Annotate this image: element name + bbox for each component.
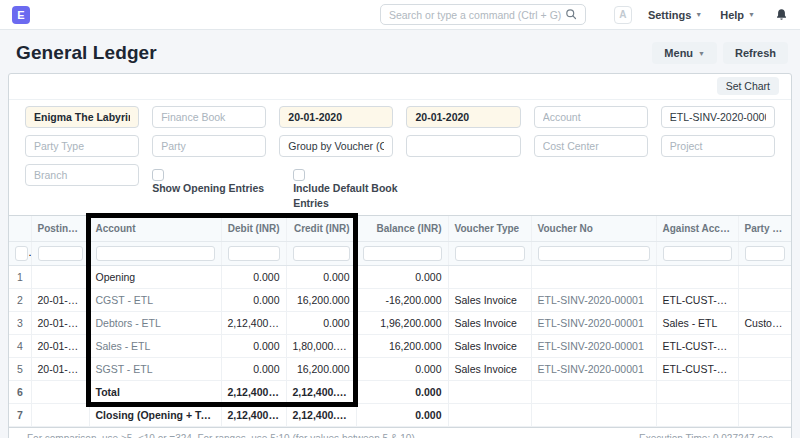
help-menu[interactable]: Help ▼: [720, 9, 755, 21]
cell-credit[interactable]: 2,12,400.000: [286, 381, 356, 404]
row-index[interactable]: 3: [9, 312, 31, 335]
cell-account[interactable]: SGST - ETL: [89, 358, 221, 381]
cell-account[interactable]: Opening: [89, 266, 221, 289]
cost-center-filter[interactable]: [534, 135, 648, 157]
cell-voucher-no[interactable]: ETL-SINV-2020-00001: [531, 358, 656, 381]
cell-party-type[interactable]: [738, 266, 791, 289]
cell-balance[interactable]: 1,96,200.000: [356, 312, 448, 335]
cell-credit[interactable]: 0.000: [286, 266, 356, 289]
branch-filter[interactable]: [25, 164, 139, 186]
col-header-voucher-no[interactable]: Voucher No: [531, 216, 656, 242]
debit-column-filter[interactable]: [228, 246, 280, 261]
cell-posting-date[interactable]: [31, 404, 89, 427]
cell-posting-date[interactable]: 20-01-2020: [31, 312, 89, 335]
global-search[interactable]: [380, 4, 586, 25]
cell-voucher-type[interactable]: Sales Invoice: [448, 335, 531, 358]
col-header-voucher-type[interactable]: Voucher Type: [448, 216, 531, 242]
notifications-bell-icon[interactable]: [775, 8, 788, 21]
balance-column-filter[interactable]: [363, 246, 442, 261]
cell-debit[interactable]: 0.000: [221, 289, 286, 312]
cell-voucher-type[interactable]: [448, 381, 531, 404]
row-index[interactable]: 1: [9, 266, 31, 289]
posting-date-column-filter[interactable]: [38, 246, 83, 261]
cell-party-type[interactable]: [738, 289, 791, 312]
to-date-filter[interactable]: [406, 106, 520, 128]
cell-party-type[interactable]: Customer: [738, 312, 791, 335]
cell-voucher-type[interactable]: [448, 404, 531, 427]
cell-debit[interactable]: 0.000: [221, 358, 286, 381]
cell-voucher-no[interactable]: ETL-SINV-2020-00001: [531, 335, 656, 358]
cell-account[interactable]: Closing (Opening + Total): [89, 404, 221, 427]
cell-debit[interactable]: 2,12,400.000: [221, 404, 286, 427]
cell-against-account[interactable]: ETL-CUST-2019...: [656, 335, 738, 358]
cell-posting-date[interactable]: 20-01-2020: [31, 335, 89, 358]
col-header-against-account[interactable]: Against Account: [656, 216, 738, 242]
cell-party-type[interactable]: [738, 358, 791, 381]
cell-voucher-no[interactable]: [531, 381, 656, 404]
party-type-column-filter[interactable]: [745, 246, 786, 261]
col-header-account[interactable]: Account: [89, 216, 221, 242]
cell-debit[interactable]: 2,12,400.000: [221, 381, 286, 404]
cell-balance[interactable]: 0.000: [356, 266, 448, 289]
include-default-book-checkbox[interactable]: [293, 169, 305, 181]
cell-voucher-no[interactable]: [531, 404, 656, 427]
cell-account[interactable]: CGST - ETL: [89, 289, 221, 312]
select-all-box[interactable]: [15, 246, 28, 261]
party-filter[interactable]: [152, 135, 266, 157]
cell-against-account[interactable]: [656, 266, 738, 289]
row-index[interactable]: 2: [9, 289, 31, 312]
cell-voucher-type[interactable]: Sales Invoice: [448, 289, 531, 312]
cell-against-account[interactable]: ETL-CUST-2019...: [656, 289, 738, 312]
avatar[interactable]: A: [614, 6, 632, 24]
refresh-button[interactable]: Refresh: [723, 42, 788, 64]
cell-against-account[interactable]: Sales - ETL: [656, 312, 738, 335]
cell-debit[interactable]: 0.000: [221, 266, 286, 289]
cell-against-account[interactable]: [656, 404, 738, 427]
party-type-filter[interactable]: [25, 135, 139, 157]
cell-voucher-no[interactable]: [531, 266, 656, 289]
cell-account[interactable]: Total: [89, 381, 221, 404]
col-header-credit[interactable]: Credit (INR): [286, 216, 356, 242]
finance-book-filter[interactable]: [152, 106, 266, 128]
cell-balance[interactable]: -16,200.000: [356, 289, 448, 312]
voucher-no-filter[interactable]: [661, 106, 775, 128]
search-input[interactable]: [389, 9, 565, 21]
cell-voucher-type[interactable]: Sales Invoice: [448, 312, 531, 335]
cell-credit[interactable]: 16,200.000: [286, 358, 356, 381]
voucher-no-column-filter[interactable]: [538, 246, 650, 261]
cell-posting-date[interactable]: [31, 381, 89, 404]
col-header-balance[interactable]: Balance (INR): [356, 216, 448, 242]
empty-filter[interactable]: [406, 135, 520, 157]
settings-menu[interactable]: Settings ▼: [648, 9, 702, 21]
cell-party-type[interactable]: [738, 404, 791, 427]
cell-party-type[interactable]: [738, 335, 791, 358]
against-account-column-filter[interactable]: [663, 246, 732, 261]
cell-account[interactable]: Sales - ETL: [89, 335, 221, 358]
account-filter[interactable]: [534, 106, 648, 128]
cell-balance[interactable]: 0.000: [356, 358, 448, 381]
row-index[interactable]: 7: [9, 404, 31, 427]
cell-voucher-type[interactable]: Sales Invoice: [448, 358, 531, 381]
cell-posting-date[interactable]: 20-01-2020: [31, 358, 89, 381]
cell-against-account[interactable]: [656, 381, 738, 404]
show-opening-entries-checkbox[interactable]: [152, 169, 164, 181]
cell-credit[interactable]: 16,200.000: [286, 289, 356, 312]
cell-voucher-no[interactable]: ETL-SINV-2020-00001: [531, 312, 656, 335]
cell-credit[interactable]: 0.000: [286, 312, 356, 335]
app-logo[interactable]: E: [12, 6, 30, 24]
row-index[interactable]: 4: [9, 335, 31, 358]
cell-voucher-no[interactable]: ETL-SINV-2020-00001: [531, 289, 656, 312]
col-header-posting-date[interactable]: Posting D...: [31, 216, 89, 242]
col-header-debit[interactable]: Debit (INR): [221, 216, 286, 242]
voucher-type-column-filter[interactable]: [455, 246, 525, 261]
company-filter[interactable]: [25, 106, 139, 128]
cell-credit[interactable]: 1,80,000.000: [286, 335, 356, 358]
cell-debit[interactable]: 2,12,400.000: [221, 312, 286, 335]
account-column-filter[interactable]: [96, 246, 215, 261]
cell-voucher-type[interactable]: [448, 266, 531, 289]
col-header-party-type[interactable]: Party Type: [738, 216, 791, 242]
cell-against-account[interactable]: ETL-CUST-2019...: [656, 358, 738, 381]
row-index[interactable]: 5: [9, 358, 31, 381]
cell-balance[interactable]: 0.000: [356, 404, 448, 427]
menu-button[interactable]: Menu ▼: [652, 42, 717, 64]
